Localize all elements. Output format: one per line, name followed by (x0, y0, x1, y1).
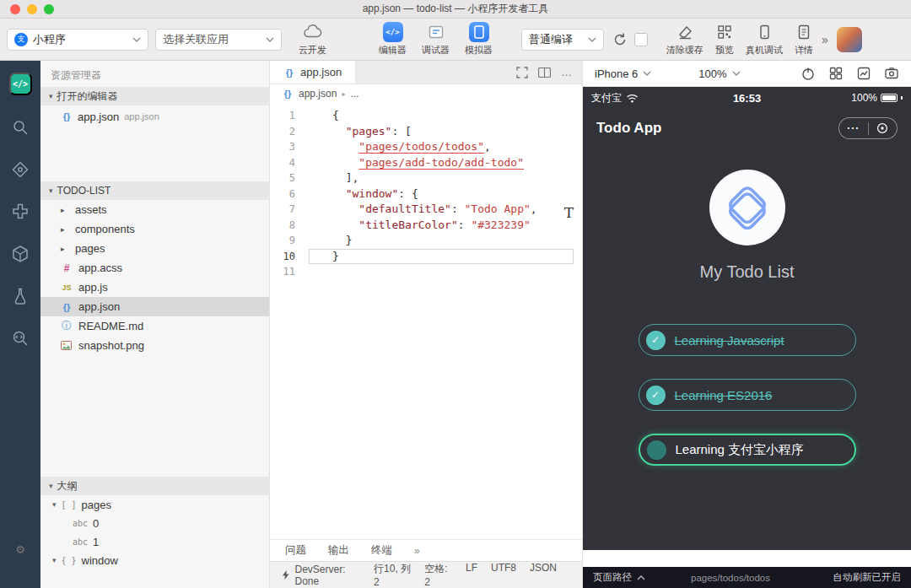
rail-item-plugins[interactable] (10, 202, 30, 222)
editor-tool-button[interactable]: </> 编辑器 (379, 22, 407, 57)
page-path-toggle[interactable]: 页面路径 (593, 571, 645, 584)
todo-item[interactable]: Learning 支付宝小程序 (639, 434, 856, 466)
target-circle-icon (876, 122, 888, 134)
code-line[interactable]: 1{ (270, 108, 582, 124)
zoom-button[interactable] (44, 4, 54, 14)
preview-button[interactable]: 预览 (715, 22, 734, 57)
fit-view-button[interactable] (516, 67, 528, 78)
toolbar-overflow-button[interactable]: » (822, 33, 828, 46)
code-line[interactable]: 2 "pages": [ (270, 124, 582, 140)
json-icon: {} (282, 89, 294, 99)
device-select[interactable]: iPhone 6 (595, 67, 651, 80)
window-title: app.json — todo-list — 小程序开发者工具 (363, 2, 549, 16)
open-editor-item[interactable]: {} app.json app.json (40, 105, 269, 127)
panel-tab-问题[interactable]: 问题 (285, 543, 306, 558)
toolbar: 支 小程序 选择关联应用 云开发 </> 编辑器 (0, 19, 911, 61)
status-item[interactable]: JSON (530, 562, 557, 588)
compile-mode-select[interactable]: 普通编译 (521, 29, 604, 51)
tree-item-app-json[interactable]: {}app.json (40, 297, 269, 316)
todo-item[interactable]: ✓Learning Javascript (639, 324, 856, 356)
panel-tab-终端[interactable]: 终端 (371, 543, 392, 558)
compile-refresh-button[interactable] (612, 32, 628, 47)
outline-item-1[interactable]: abc1 (40, 532, 269, 551)
capsule-more-button[interactable]: ··· (839, 118, 868, 138)
scan-corners-icon (516, 67, 528, 78)
code-line[interactable]: 10} (270, 249, 582, 265)
split-editor-button[interactable] (538, 67, 551, 78)
code-line[interactable]: 5 ], (270, 170, 582, 186)
status-item[interactable]: LF (466, 562, 477, 588)
cloud-icon (302, 22, 324, 42)
minimize-button[interactable] (27, 4, 37, 14)
device-debug-button[interactable]: 真机调试 (746, 22, 783, 57)
tree-item-app-js[interactable]: JSapp.js (40, 278, 269, 297)
tree-item-README-md[interactable]: ⓘREADME.md (40, 316, 269, 336)
rail-item-test[interactable] (10, 286, 30, 306)
panel-tab-输出[interactable]: 输出 (328, 543, 349, 558)
panel-overflow-icon[interactable]: » (414, 545, 420, 557)
outline-section-header[interactable]: ▾ 大纲 (40, 477, 269, 495)
project-section-header[interactable]: ▾ TODO-LIST (40, 181, 269, 200)
clear-cache-button[interactable]: 清除缓存 (666, 22, 703, 57)
code-line[interactable]: 9 } (270, 233, 582, 249)
outline-label: pages (82, 499, 111, 511)
code-line[interactable]: 11 (270, 264, 582, 280)
code-line[interactable]: 3 "pages/todos/todos", (270, 139, 582, 155)
capsule-home-button[interactable] (869, 118, 898, 138)
rail-item-packages[interactable] (10, 244, 30, 264)
power-button[interactable] (800, 66, 816, 81)
outline-item-0[interactable]: abc0 (40, 514, 269, 532)
status-item[interactable]: UTF8 (491, 562, 516, 588)
todo-item[interactable]: ✓Learning ES2016 (639, 379, 856, 411)
code-editor[interactable]: 1{2 "pages": [3 "pages/todos/todos",4 "p… (270, 103, 582, 539)
tree-item-app-acss[interactable]: #app.acss (40, 258, 269, 278)
preview-label: 预览 (715, 44, 734, 57)
rail-item-settings[interactable]: ⚙ (15, 543, 25, 556)
status-item[interactable]: 行10, 列2 (374, 562, 411, 588)
code-text: "titleBarColor": "#323239" (309, 218, 574, 234)
chevron-down-icon (132, 37, 141, 42)
simulator-tool-button[interactable]: 模拟器 (465, 22, 493, 57)
close-button[interactable] (10, 4, 20, 14)
tree-item-assets[interactable]: ▸assets (40, 200, 269, 219)
apps-grid-button[interactable] (828, 66, 844, 81)
line-number: 4 (270, 155, 309, 171)
screenshot-button[interactable] (884, 66, 899, 81)
devserver-status[interactable]: DevServer: Done (295, 564, 369, 587)
code-line[interactable]: 6 "window": { (270, 186, 582, 202)
chevron-down-icon (588, 37, 596, 42)
user-avatar[interactable] (837, 27, 862, 52)
app-type-select[interactable]: 支 小程序 (7, 29, 148, 51)
code-line[interactable]: 8 "titleBarColor": "#323239" (270, 218, 582, 234)
code-line[interactable]: 7 "defaultTitle": "Todo App", (270, 202, 582, 218)
compile-option-button[interactable] (634, 33, 648, 46)
related-app-select[interactable]: 选择关联应用 (155, 29, 282, 51)
status-item[interactable]: 空格: 2 (424, 562, 452, 588)
performance-button[interactable] (856, 66, 871, 81)
tree-item-snapshot-png[interactable]: snapshot.png (40, 336, 269, 355)
outline-item-pages[interactable]: ▾[ ]pages (40, 495, 269, 514)
tree-item-pages[interactable]: ▸pages (40, 239, 269, 258)
tab-app-json[interactable]: {} app.json (270, 61, 356, 84)
rail-item-git[interactable] (10, 159, 30, 180)
open-editors-section-header[interactable]: ▾ 打开的编辑器 (40, 87, 269, 105)
rail-item-code-search[interactable] (10, 328, 30, 348)
outline-item-window[interactable]: ▾{ }window (40, 551, 269, 569)
code-text: "pages": [ (309, 124, 574, 140)
rail-item-search[interactable] (10, 117, 30, 138)
rail-item-editor[interactable]: </> (9, 73, 32, 95)
status-items: 行10, 列2空格: 2LFUTF8JSON (374, 562, 557, 588)
detail-button[interactable]: 详情 (795, 22, 813, 57)
tree-item-components[interactable]: ▸components (40, 219, 269, 239)
phone-status-bar: 支付宝 16:53 100% (583, 87, 911, 109)
code-line[interactable]: 4 "pages/add-todo/add-todo" (270, 155, 582, 171)
folder-caret-icon: ▸ (61, 206, 69, 214)
more-actions-button[interactable]: … (561, 66, 572, 78)
panel-tab-bar: 问题输出终端» (270, 539, 582, 561)
breadcrumb[interactable]: {} app.json ▸ ... (270, 84, 582, 103)
auto-refresh-status: 自动刷新已开启 (833, 571, 902, 584)
zoom-select[interactable]: 100% (698, 67, 740, 80)
caret-down-icon: ▾ (49, 186, 53, 195)
debugger-tool-button[interactable]: 调试器 (422, 22, 450, 57)
cloud-dev-button[interactable]: 云开发 (299, 22, 326, 57)
